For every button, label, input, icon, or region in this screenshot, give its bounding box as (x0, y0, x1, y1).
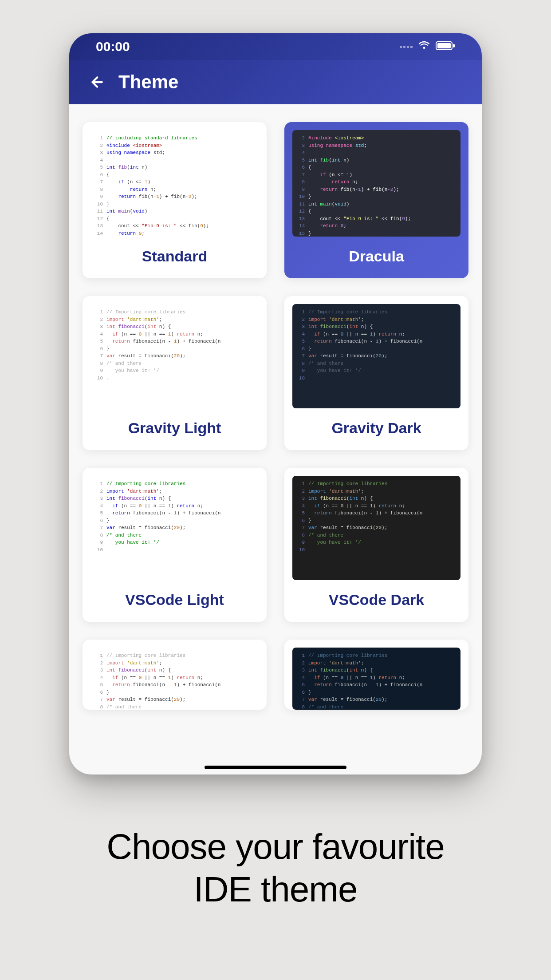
signal-dots-icon (400, 46, 413, 48)
wifi-icon (418, 40, 430, 54)
theme-card-dracula[interactable]: 2#include <iostream>3using namespace std… (284, 122, 468, 278)
theme-name-label: Gravity Light (83, 408, 267, 450)
svg-rect-1 (437, 43, 451, 48)
back-button[interactable] (89, 74, 105, 90)
theme-name-label: VSCode Dark (284, 580, 468, 622)
theme-card-partial-dark[interactable]: 1// Importing core libraries2import 'dar… (284, 640, 468, 710)
svg-rect-2 (453, 44, 455, 47)
theme-card-standard[interactable]: 1// including standard libraries2#includ… (83, 122, 267, 278)
theme-grid: 1// including standard libraries2#includ… (83, 122, 468, 710)
home-indicator[interactable] (205, 766, 346, 769)
code-preview: 1// Importing core libraries2import 'dar… (292, 304, 460, 408)
code-preview: 1// Importing core libraries2import 'dar… (91, 476, 259, 580)
status-icons (400, 40, 455, 54)
promo-tagline: Choose your favourite IDE theme (106, 826, 445, 911)
code-preview: 1// Importing core libraries2import 'dar… (292, 476, 460, 580)
theme-card-gravity-dark[interactable]: 1// Importing core libraries2import 'dar… (284, 296, 468, 450)
tagline-line2: IDE theme (106, 868, 445, 911)
app-header: Theme (69, 60, 482, 104)
code-preview: 1// Importing core libraries2import 'dar… (91, 648, 259, 710)
status-bar: 00:00 (69, 33, 482, 60)
code-preview: 1// Importing core libraries2import 'dar… (91, 304, 259, 408)
code-preview: 2#include <iostream>3using namespace std… (292, 130, 460, 237)
theme-name-label: VSCode Light (83, 580, 267, 622)
page-title: Theme (118, 71, 178, 93)
theme-name-label: Dracula (284, 237, 468, 278)
theme-card-partial-light[interactable]: 1// Importing core libraries2import 'dar… (83, 640, 267, 710)
phone-frame: 00:00 Theme 1// including standard libra… (69, 33, 482, 775)
theme-card-vscode-dark[interactable]: 1// Importing core libraries2import 'dar… (284, 468, 468, 622)
theme-name-label: Gravity Dark (284, 408, 468, 450)
code-preview: 1// including standard libraries2#includ… (91, 130, 259, 237)
content-area[interactable]: 1// including standard libraries2#includ… (69, 104, 482, 775)
theme-card-vscode-light[interactable]: 1// Importing core libraries2import 'dar… (83, 468, 267, 622)
theme-name-label: Standard (83, 237, 267, 278)
battery-icon (436, 40, 455, 53)
status-time: 00:00 (96, 39, 130, 54)
tagline-line1: Choose your favourite (106, 826, 445, 868)
theme-card-gravity-light[interactable]: 1// Importing core libraries2import 'dar… (83, 296, 267, 450)
code-preview: 1// Importing core libraries2import 'dar… (292, 648, 460, 710)
